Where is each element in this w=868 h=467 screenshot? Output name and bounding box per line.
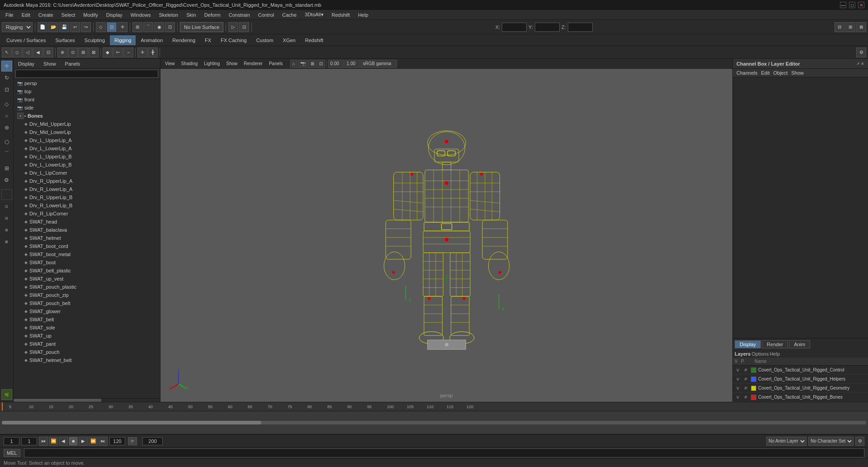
- obj4-btn[interactable]: ⊠: [1, 236, 12, 247]
- tab-redshift[interactable]: Redshift: [301, 35, 328, 45]
- tree-item-swat-balaclava[interactable]: ◆ SWAT_balaclava: [14, 226, 160, 234]
- tree-item-swat-belt[interactable]: ◆ SWAT_belt: [14, 315, 160, 324]
- vp-far-input[interactable]: 1.00: [344, 60, 360, 68]
- soft-mod-btn[interactable]: ⊙: [68, 48, 78, 57]
- minimize-button[interactable]: —: [840, 2, 846, 8]
- open-file-btn[interactable]: 📂: [48, 22, 58, 32]
- snap-point-btn[interactable]: ◉: [154, 22, 164, 32]
- layer-row-bones[interactable]: V P Covert_Ops_Tactical_Unit_Rigged_Bone…: [733, 393, 868, 402]
- tree-item-drv-r-upperlip-a[interactable]: ◆ Drv_R_UpperLip_A: [14, 177, 160, 185]
- bones-expand-icon[interactable]: ▸: [24, 114, 27, 118]
- menu-skin[interactable]: Skin: [183, 11, 199, 19]
- vp-wireframe-btn[interactable]: ⊞: [308, 60, 316, 68]
- scrollbar-thumb-h[interactable]: [14, 399, 101, 402]
- tree-item-persp[interactable]: 📷 persp: [14, 79, 160, 87]
- vp-smooth-btn[interactable]: ⊡: [317, 60, 325, 68]
- tree-item-drv-l-lipcorner[interactable]: ◆ Drv_L_LipCorner: [14, 169, 160, 177]
- tree-item-swat-boot[interactable]: ◆ SWAT_boot: [14, 258, 160, 267]
- layout-btn-1[interactable]: ⊟: [835, 22, 844, 32]
- x-coord-input[interactable]: [502, 23, 527, 32]
- tab-sculpting[interactable]: Sculpting: [80, 35, 109, 45]
- vp-menu-panels[interactable]: Panels: [266, 61, 286, 67]
- ik-spline-btn[interactable]: ⌢: [123, 48, 133, 57]
- current-frame-input[interactable]: [21, 437, 37, 445]
- max-frame-input[interactable]: [142, 437, 163, 445]
- menu-help[interactable]: Help: [354, 11, 372, 19]
- tree-item-front[interactable]: 📷 front: [14, 95, 160, 104]
- menu-control[interactable]: Control: [255, 11, 278, 19]
- tree-item-swat-up-vest[interactable]: ◆ SWAT_up_vest: [14, 275, 160, 283]
- obj-btn[interactable]: ⊡: [1, 201, 12, 212]
- paint-skin-btn[interactable]: ⊛: [57, 48, 67, 57]
- edge-select-btn[interactable]: ◁: [23, 48, 33, 57]
- vp-menu-renderer[interactable]: Renderer: [241, 61, 265, 67]
- cb-tab-channels[interactable]: Channels: [736, 70, 757, 76]
- snap-surface-btn[interactable]: ⊡: [165, 22, 175, 32]
- skip-to-end-btn[interactable]: ⏭: [99, 437, 108, 446]
- layer-row-geometry[interactable]: V P Covert_Ops_Tactical_Unit_Rigged_Geom…: [733, 384, 868, 393]
- outliner-panels-menu[interactable]: Panels: [62, 60, 83, 67]
- menu-display[interactable]: Display: [103, 11, 126, 19]
- scale-tool[interactable]: ⊡: [1, 84, 12, 95]
- cluster-btn[interactable]: ⊞: [78, 48, 88, 57]
- tree-item-drv-r-lowerlip-a[interactable]: ◆ Drv_R_LowerLip_A: [14, 185, 160, 193]
- timeline-range-bar[interactable]: [0, 411, 868, 434]
- select-mode-btn[interactable]: ↖: [2, 48, 12, 57]
- tree-item-swat-pouch-plastic[interactable]: ◆ SWAT_pouch_plastic: [14, 283, 160, 291]
- maximize-button[interactable]: □: [849, 2, 855, 8]
- anim-options-btn[interactable]: ⚙: [855, 437, 864, 446]
- lasso-select[interactable]: ○: [1, 110, 12, 121]
- tree-item-swat-pouch-zip[interactable]: ◆ SWAT_pouch_zip: [14, 291, 160, 299]
- vp-menu-shading[interactable]: Shading: [179, 61, 201, 67]
- layer-p-2[interactable]: P: [743, 377, 749, 381]
- tree-item-swat-head[interactable]: ◆ SWAT_head: [14, 218, 160, 226]
- snap-curve-btn[interactable]: ⌒: [143, 22, 153, 32]
- select-tool[interactable]: ◇: [1, 99, 12, 110]
- menu-modify[interactable]: Modify: [80, 11, 101, 19]
- layer-v-1[interactable]: V: [735, 368, 741, 372]
- outliner-scrollbar-h[interactable]: [14, 398, 160, 402]
- cb-tab-object[interactable]: Object: [773, 70, 788, 76]
- menu-cache[interactable]: Cache: [278, 11, 300, 19]
- menu-constrain[interactable]: Constrain: [225, 11, 254, 19]
- rotate-tool[interactable]: ↻: [1, 72, 12, 83]
- layers-sub-tab-layers[interactable]: Layers: [735, 351, 750, 357]
- skip-to-start-btn[interactable]: ⏮: [39, 437, 48, 446]
- tree-item-drv-l-upperlip-a[interactable]: ◆ Drv_L_UpperLip_A: [14, 136, 160, 144]
- layers-sub-tab-options[interactable]: Options: [751, 351, 769, 357]
- joint-btn[interactable]: ◆: [103, 48, 113, 57]
- ik-handle-btn[interactable]: ⊢: [113, 48, 123, 57]
- select-tool-btn[interactable]: ◇: [96, 22, 106, 32]
- layer-p-4[interactable]: P: [743, 395, 749, 400]
- layout-btn-3[interactable]: ⊠: [856, 22, 866, 32]
- layer-p-1[interactable]: P: [743, 368, 749, 372]
- outliner-search-input[interactable]: [15, 70, 158, 78]
- tree-item-swat-glower[interactable]: ◆ SWAT_glower: [14, 307, 160, 315]
- layer-v-4[interactable]: V: [735, 395, 741, 400]
- tab-rigging[interactable]: Rigging: [110, 35, 136, 45]
- tree-item-drv-r-upperlip-b[interactable]: ◆ Drv_R_UpperLip_B: [14, 193, 160, 201]
- add-bones-btn[interactable]: +: [17, 113, 24, 119]
- tree-item-side[interactable]: 📷 side: [14, 104, 160, 112]
- tab-curves-surfaces[interactable]: Curves / Surfaces: [2, 35, 50, 45]
- anim-layer-selector[interactable]: No Anim Layer: [766, 437, 807, 446]
- tree-item-drv-r-lowerlip-b[interactable]: ◆ Drv_R_LowerLip_B: [14, 201, 160, 210]
- vp-menu-lighting[interactable]: Lighting: [201, 61, 222, 67]
- loop-btn[interactable]: ⟳: [128, 437, 137, 445]
- step-back-btn[interactable]: ⏪: [49, 437, 58, 446]
- tree-item-swat-boot-cord[interactable]: ◆ SWAT_boot_cord: [14, 242, 160, 250]
- timeline-scroll-thumb[interactable]: [2, 421, 261, 424]
- menu-file[interactable]: File: [2, 11, 17, 19]
- stop-btn[interactable]: ■: [69, 437, 78, 446]
- create-poly-btn[interactable]: ⬡: [1, 137, 12, 148]
- anim-tab[interactable]: Anim: [789, 340, 810, 348]
- tree-item-drv-l-upperlip-b[interactable]: ◆ Drv_L_UpperLip_B: [14, 152, 160, 161]
- snap-grid-btn[interactable]: ⊞: [132, 22, 142, 32]
- tree-item-swat-pant[interactable]: ◆ SWAT_pant: [14, 340, 160, 348]
- tree-item-swat-boot-metal[interactable]: ◆ SWAT_boot_metal: [14, 250, 160, 258]
- menu-3dtoall[interactable]: 3DtoAll▾: [301, 11, 327, 19]
- tree-item-swat-pouch[interactable]: ◆ SWAT_pouch: [14, 348, 160, 356]
- lasso-tool-btn[interactable]: ⊡: [107, 22, 117, 32]
- menu-create[interactable]: Create: [35, 11, 57, 19]
- vertex-select-btn[interactable]: ◇: [12, 48, 22, 57]
